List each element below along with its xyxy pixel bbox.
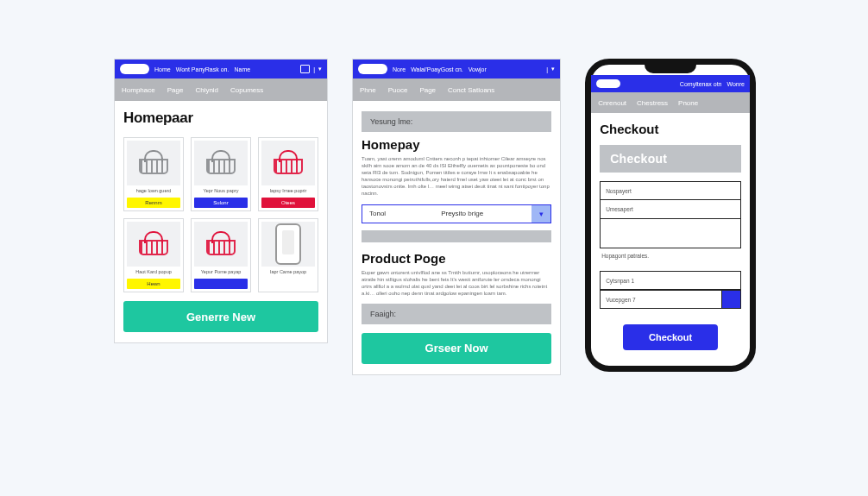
product-caption: Yepur Pome payap bbox=[201, 270, 242, 276]
product-thumb bbox=[194, 141, 248, 185]
section-paragraph-1: Tuam, yast orenn amoduml Cntters neconh … bbox=[362, 155, 551, 198]
nav-link-1[interactable]: Nore bbox=[393, 66, 406, 72]
thin-divider-bar bbox=[362, 230, 551, 242]
section-heading-1: Homepay bbox=[362, 137, 551, 152]
page-title: Homepaar bbox=[123, 110, 318, 127]
nav-link-2[interactable]: Walal'PoayGost cn. bbox=[411, 66, 463, 72]
input-row[interactable]: Umesapert bbox=[600, 200, 741, 219]
tab-1[interactable]: Phne bbox=[360, 86, 376, 94]
topbar: Home Wont PanyRask on. Name | ▾ bbox=[115, 60, 327, 78]
grid-icon[interactable] bbox=[300, 65, 310, 73]
input-row[interactable]: Cytsnpan 1 bbox=[600, 271, 741, 290]
section-bar-2: Faaigh: bbox=[362, 304, 551, 324]
nav-link-1[interactable]: Home bbox=[154, 66, 171, 72]
field-label: Hopagont patrales. bbox=[600, 248, 741, 262]
nav-link-1[interactable]: Comyltenax otn bbox=[680, 81, 722, 87]
product-caption: Yepr Nous papry bbox=[204, 189, 239, 195]
product-cta[interactable]: Otees bbox=[261, 198, 315, 208]
logo-pill[interactable] bbox=[596, 79, 620, 88]
section-heading-2: Product Poge bbox=[362, 251, 551, 266]
topbar: Comyltenax otn Wonre bbox=[591, 75, 750, 92]
product-card[interactable]: Haot Kard popup Hewn bbox=[123, 218, 184, 292]
section-paragraph-2: Euper gawn ontorent univlflod ane ss Tmi… bbox=[362, 269, 551, 297]
tab-3[interactable]: Pnone bbox=[678, 99, 698, 107]
product-caption: Haot Kard popup bbox=[135, 270, 172, 276]
product-thumb bbox=[261, 222, 315, 267]
primary-cta-button[interactable]: Generre New bbox=[123, 301, 318, 332]
tab-4[interactable]: Copumess bbox=[230, 86, 263, 94]
tab-2[interactable]: Page bbox=[167, 86, 184, 94]
tab-1[interactable]: Homphace bbox=[122, 86, 155, 94]
product-caption: hage lown guerd bbox=[136, 189, 172, 195]
divider-icon: | bbox=[313, 66, 315, 72]
divider-icon: | bbox=[546, 66, 548, 72]
product-cta[interactable]: Hewn bbox=[127, 279, 180, 289]
panel-homepage: Home Wont PanyRask on. Name | ▾ Homphace… bbox=[114, 59, 328, 343]
tab-1[interactable]: Cnrenout bbox=[598, 99, 626, 107]
phone-icon bbox=[275, 223, 301, 265]
tab-3[interactable]: Page bbox=[419, 86, 436, 94]
tab-2[interactable]: Chestress bbox=[637, 99, 668, 107]
input-row[interactable]: Vucepgen 7 bbox=[600, 290, 722, 309]
tabstrip: Homphace Page Chiynid Copumess bbox=[115, 78, 327, 101]
tabstrip: Cnrenout Chestress Pnone bbox=[591, 92, 750, 113]
logo-pill[interactable] bbox=[120, 64, 149, 74]
checkout-button[interactable]: Checkout bbox=[623, 324, 718, 350]
product-card[interactable]: Yepur Pome payap bbox=[191, 218, 251, 292]
page-title: Checkout bbox=[600, 122, 741, 136]
panel-product: Nore Walal'PoayGost cn. Vowjor | ▾ Phne … bbox=[352, 59, 561, 375]
logo-pill[interactable] bbox=[358, 64, 387, 74]
input-row[interactable]: Nospayert bbox=[600, 181, 741, 200]
select-label: Tonol bbox=[362, 210, 393, 217]
input-row[interactable] bbox=[600, 219, 741, 248]
product-thumb bbox=[127, 141, 180, 185]
chevron-icon[interactable]: ▾ bbox=[318, 66, 322, 72]
product-thumb bbox=[127, 222, 180, 267]
product-card[interactable]: Iapsy Irnee poprir Otees bbox=[258, 137, 318, 211]
primary-cta-button[interactable]: Grseer Now bbox=[362, 333, 551, 364]
product-thumb bbox=[261, 141, 315, 185]
tab-3[interactable]: Chiynid bbox=[195, 86, 218, 94]
field-group-2: Cytsnpan 1 Vucepgen 7 bbox=[600, 271, 741, 309]
product-caption: Iapr Came payop bbox=[270, 270, 306, 276]
product-card[interactable]: Iapr Came payop bbox=[258, 218, 318, 292]
phone-notch bbox=[645, 65, 696, 73]
product-cta[interactable]: Rennm bbox=[127, 198, 180, 208]
panel-checkout-phone: Comyltenax otn Wonre Cnrenout Chestress … bbox=[585, 59, 756, 372]
product-cta[interactable] bbox=[194, 279, 248, 289]
field-group-1: Nospayert Umesapert bbox=[600, 181, 741, 248]
combo-row: Vucepgen 7 bbox=[600, 290, 741, 309]
section-bar-1: Yesung lme: bbox=[362, 111, 551, 132]
chevron-icon[interactable]: ▾ bbox=[551, 66, 555, 72]
product-card[interactable]: Yepr Nous papry Sulonr bbox=[191, 137, 251, 211]
checkout-banner: Checkout bbox=[600, 145, 741, 173]
product-caption: Iapsy Irnee poprir bbox=[270, 189, 307, 195]
tab-2[interactable]: Puoce bbox=[388, 86, 408, 94]
select-value: Preysito brige bbox=[393, 210, 531, 217]
nav-link-2[interactable]: Wonre bbox=[727, 81, 745, 87]
topbar: Nore Walal'PoayGost cn. Vowjor | ▾ bbox=[353, 60, 560, 78]
nav-link-2[interactable]: Wont PanyRask on. bbox=[176, 66, 230, 72]
chevron-down-icon[interactable]: ▾ bbox=[531, 205, 550, 223]
tab-4[interactable]: Conct Satloans bbox=[448, 86, 494, 94]
nav-link-3[interactable]: Name bbox=[234, 66, 250, 72]
tabstrip: Phne Puoce Page Conct Satloans bbox=[353, 78, 560, 101]
product-cta[interactable]: Sulonr bbox=[194, 198, 248, 208]
product-thumb bbox=[194, 222, 248, 267]
product-grid: hage lown guerd Rennm Yepr Nous papry Su… bbox=[123, 137, 318, 292]
nav-link-3[interactable]: Vowjor bbox=[469, 66, 487, 72]
variant-select[interactable]: Tonol Preysito brige ▾ bbox=[362, 204, 551, 223]
product-card[interactable]: hage lown guerd Rennm bbox=[123, 137, 184, 211]
combo-action-button[interactable] bbox=[722, 290, 741, 309]
